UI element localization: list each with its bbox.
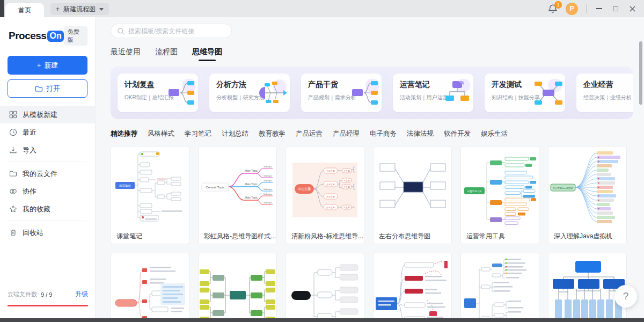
template-card[interactable]: 运营常用工具 [460, 146, 539, 244]
star-icon [9, 205, 17, 213]
sidebar-item-recent[interactable]: 最近 [0, 123, 95, 141]
plus-icon: + [56, 5, 60, 13]
orgchart-icon [443, 79, 471, 107]
folder-open-icon [35, 85, 43, 93]
template-card[interactable]: 左右分布思维导图 [373, 146, 452, 244]
avatar[interactable]: P [566, 3, 578, 15]
tab-flowchart[interactable]: 流程图 [155, 47, 178, 61]
sidebar-item-new-from-template[interactable]: 从模板新建 [0, 106, 95, 123]
notification-badge: 1 [554, 1, 562, 9]
close-icon [630, 6, 635, 12]
template-title: 深入理解Java虚拟机 [548, 228, 626, 244]
template-card[interactable] [198, 253, 277, 318]
storage-label: 云端文件数: [8, 290, 39, 298]
category-featured[interactable]: 精选推荐 [111, 129, 137, 138]
clock-icon [9, 128, 17, 136]
template-card[interactable] [548, 253, 627, 318]
category-ecommerce[interactable]: 电子商务 [370, 129, 397, 138]
close-button[interactable] [628, 4, 636, 13]
search-box[interactable] [111, 24, 232, 38]
divider [9, 162, 86, 162]
template-card[interactable] [460, 253, 539, 318]
sidebar-item-label: 导入 [23, 145, 36, 155]
category-education[interactable]: 教育教学 [259, 129, 286, 138]
scrollbar-thumb[interactable] [639, 41, 642, 105]
template-card[interactable]: 深入理解Java虚拟机 [548, 146, 627, 244]
tab-home-label: 首页 [18, 6, 31, 15]
search-icon [117, 27, 125, 35]
sidebar-menu: 从模板新建 最近 导入 [0, 106, 95, 241]
template-card[interactable] [111, 253, 189, 318]
svg-text:Subtopic: Subtopic [264, 179, 272, 182]
category-style[interactable]: 风格样式 [148, 129, 174, 138]
svg-text:Subtopic: Subtopic [264, 193, 272, 195]
open-button[interactable]: 打开 [8, 79, 87, 98]
banner-card-plan-review[interactable]: 计划复盘 OKR制定｜总结汇报 [118, 74, 198, 112]
category-tags: 精选推荐 风格样式 学习笔记 计划总结 教育教学 产品运营 产品经理 电子商务 … [111, 129, 633, 138]
svg-text:运营常用工具: 运营常用工具 [467, 190, 482, 193]
svg-text:深入理解Java虚拟机: 深入理解Java虚拟机 [553, 187, 573, 189]
collaboration-icon [9, 187, 17, 195]
template-card[interactable]: Central Topic Main Topic Main Topic Main… [198, 146, 277, 244]
minimize-button[interactable] [595, 4, 603, 13]
banner-subtitle: 经营决策｜业绩分析 [583, 94, 633, 101]
search-input[interactable] [128, 27, 219, 35]
banner-card-dev-test[interactable]: 开发测试 知识结构｜技能分享 [485, 74, 565, 112]
new-button[interactable]: + 新建 [8, 56, 87, 75]
category-product-manager[interactable]: 产品经理 [333, 129, 360, 138]
template-icon [9, 111, 17, 119]
sidebar-item-favorites[interactable]: 我的收藏 [0, 200, 95, 218]
logo-text: Process [9, 30, 46, 42]
sidebar-item-collaboration[interactable]: 协作 [0, 182, 95, 200]
template-thumbnail-exam-english [374, 253, 451, 318]
category-legal[interactable]: 法律法规 [407, 129, 434, 138]
banner-card-analysis[interactable]: 分析方法 分析模型｜研究方法 [209, 74, 290, 112]
tab-home[interactable]: 首页 [5, 3, 44, 17]
template-card[interactable] [286, 253, 364, 318]
help-button[interactable]: ? [614, 285, 637, 308]
banner-card-operation-notes[interactable]: 运营笔记 活动策划｜用户运营 [393, 74, 473, 112]
category-product-ops[interactable]: 产品运营 [296, 129, 323, 138]
template-card[interactable]: 中心主题 分支主题 分支主题 分支主题 [286, 146, 364, 244]
template-thumbnail-black-map [286, 253, 364, 318]
avatar-letter: P [569, 5, 574, 12]
category-software[interactable]: 软件开发 [444, 129, 471, 138]
tab-new-diagram[interactable]: + 新建流程图 [50, 3, 109, 15]
category-entertainment[interactable]: 娱乐生活 [481, 129, 508, 138]
mindmap-right-icon [167, 79, 195, 107]
sidebar-item-my-files[interactable]: 我的云文件 [0, 165, 95, 182]
svg-text:Main Topic: Main Topic [245, 169, 258, 172]
quota-bar [8, 305, 88, 306]
tab-recent[interactable]: 最近使用 [111, 47, 141, 61]
window-bottom-edge [0, 318, 644, 322]
svg-text:子主题: 子主题 [343, 186, 350, 188]
category-plan-summary[interactable]: 计划总结 [222, 129, 248, 138]
upgrade-link[interactable]: 升级 [75, 290, 88, 299]
banner-card-business[interactable]: 企业经营 经营决策｜业绩分析 [576, 74, 633, 112]
sidebar-item-label: 最近 [23, 128, 36, 137]
template-card[interactable]: 课堂笔记 [111, 146, 189, 244]
banner-card-product-tips[interactable]: 产品干货 产品规划｜需求分析 [301, 74, 382, 112]
sidebar-item-label: 从模板新建 [23, 110, 57, 120]
banner-title: 企业经营 [583, 80, 633, 90]
window-edge [0, 0, 4, 17]
sidebar-item-label: 协作 [23, 187, 36, 196]
template-card[interactable] [373, 253, 452, 318]
titlebar-actions: 1 P [548, 0, 644, 17]
help-label: ? [623, 290, 629, 302]
sidebar-item-import[interactable]: 导入 [0, 141, 95, 159]
svg-text:子主题: 子主题 [343, 206, 350, 209]
logo: Process On 免费版 [0, 17, 95, 46]
category-study-notes[interactable]: 学习笔记 [185, 129, 211, 138]
svg-text:Subtopic: Subtopic [264, 165, 272, 168]
fishbone-icon [259, 79, 287, 107]
plan-badge: 免费版 [64, 26, 87, 46]
svg-text:课堂笔记: 课堂笔记 [119, 184, 131, 188]
trash-icon [9, 229, 17, 237]
folder-icon [9, 170, 17, 178]
tab-mindmap[interactable]: 思维导图 [192, 47, 222, 61]
notifications-button[interactable]: 1 [548, 4, 558, 13]
storage-value: 9 / 9 [41, 291, 52, 298]
maximize-button[interactable] [611, 4, 620, 13]
sidebar-item-trash[interactable]: 回收站 [0, 224, 95, 241]
